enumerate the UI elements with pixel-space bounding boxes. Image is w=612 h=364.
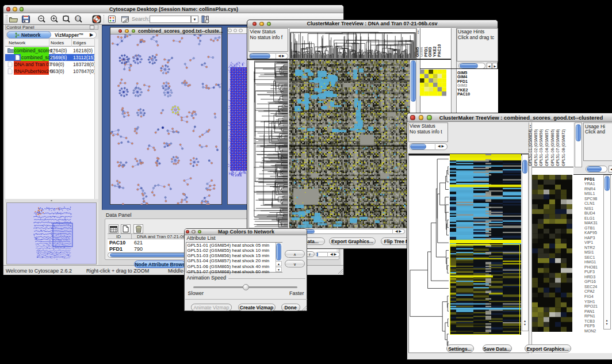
- svg-text:1:1: 1:1: [76, 17, 80, 20]
